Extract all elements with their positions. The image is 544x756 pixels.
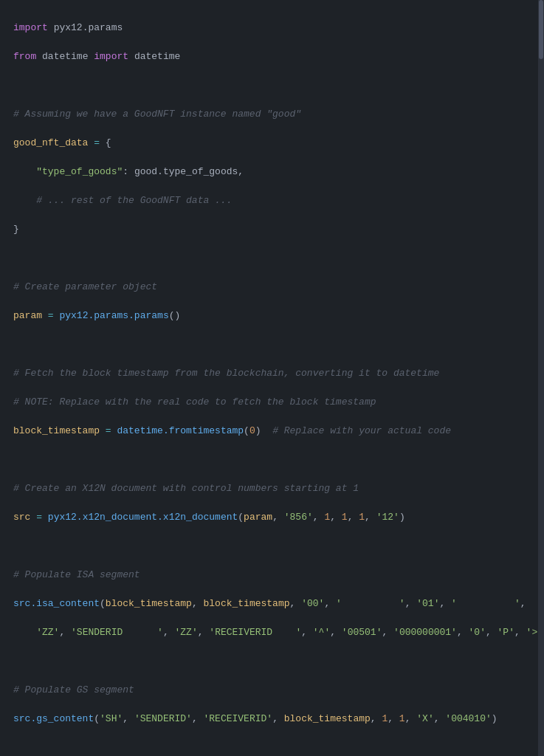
code-line-13: # Fetch the block timestamp from the blo…: [13, 366, 529, 381]
code-line-14: # NOTE: Replace with the real code to fe…: [13, 395, 529, 410]
code-editor: import pyx12.params from datetime import…: [0, 0, 544, 756]
code-line-19: [13, 539, 529, 554]
line-numbers-gutter: [0, 0, 7, 756]
code-line-16: [13, 453, 529, 467]
code-line-8: }: [13, 222, 529, 237]
code-line-6: "type_of_goods": good.type_of_goods,: [13, 165, 529, 179]
code-area[interactable]: import pyx12.params from datetime import…: [7, 0, 538, 756]
code-line-24: # Populate GS segment: [13, 683, 529, 698]
code-line-26: [13, 740, 529, 755]
code-line-9: [13, 251, 529, 266]
code-line-12: [13, 337, 529, 352]
code-line-20: # Populate ISA segment: [13, 568, 529, 583]
scrollbar[interactable]: [538, 0, 544, 756]
code-line-4: # Assuming we have a GoodNFT instance na…: [13, 107, 529, 122]
code-line-21: src.isa_content(block_timestamp, block_t…: [13, 597, 529, 611]
code-line-15: block_timestamp = datetime.fromtimestamp…: [13, 424, 529, 439]
code-line-25: src.gs_content('SH', 'SENDERID', 'RECEIV…: [13, 712, 529, 726]
code-line-5: good_nft_data = {: [13, 136, 529, 151]
code-line-17: # Create an X12N document with control n…: [13, 481, 529, 496]
code-line-7: # ... rest of the GoodNFT data ...: [13, 193, 529, 208]
code-line-22: 'ZZ', 'SENDERID ', 'ZZ', 'RECEIVERID ', …: [13, 625, 529, 640]
code-line-1: import pyx12.params: [13, 21, 529, 35]
code-line-11: param = pyx12.params.params(): [13, 309, 529, 323]
code-line-18: src = pyx12.x12n_document.x12n_document(…: [13, 510, 529, 525]
code-line-3: [13, 78, 529, 93]
scrollbar-thumb[interactable]: [539, 0, 543, 59]
code-line-2: from datetime import datetime: [13, 49, 529, 64]
code-line-10: # Create parameter object: [13, 280, 529, 295]
code-line-23: [13, 654, 529, 669]
